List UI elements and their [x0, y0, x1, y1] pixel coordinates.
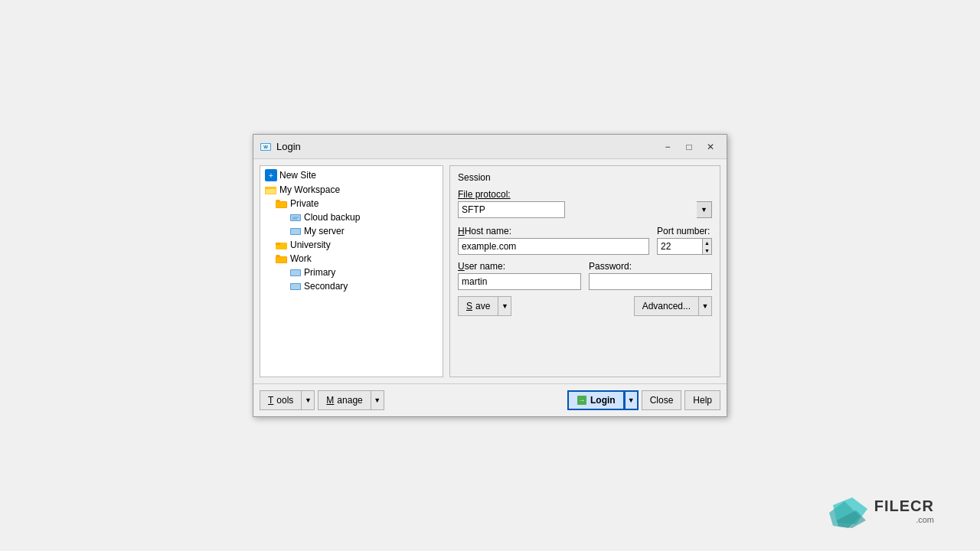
port-up-button[interactable]: ▲ [703, 239, 711, 246]
port-number-field: Port number: ▲ ▼ [657, 226, 712, 255]
save-button[interactable]: Save [458, 296, 498, 316]
tree-label-my-server: My server [304, 226, 345, 236]
save-dropdown-button[interactable]: ▼ [498, 296, 511, 316]
window-controls: − □ ✕ [658, 139, 720, 155]
password-label: Password: [589, 261, 712, 272]
close-button[interactable]: Close [642, 390, 682, 410]
title-bar: W Login − □ ✕ [253, 135, 727, 159]
filecr-brand: FILECR [874, 497, 934, 515]
site-tree-panel: + New Site My Workspace [260, 165, 443, 377]
port-number-input[interactable] [657, 238, 703, 255]
close-window-button[interactable]: ✕ [701, 139, 720, 155]
file-protocol-select[interactable]: SFTP FTP SCP S3 WebDAV [458, 201, 565, 218]
cloud-backup-icon [289, 212, 302, 223]
tree-label-new-site: New Site [279, 170, 316, 181]
filecr-logo-svg [829, 494, 871, 528]
login-button[interactable]: → Login [567, 390, 625, 410]
manage-button-split: Manage ▼ [318, 390, 384, 410]
tree-label-work: Work [290, 253, 312, 264]
advanced-button[interactable]: Advanced... [634, 296, 698, 316]
primary-icon [289, 267, 302, 278]
my-server-icon [289, 226, 302, 236]
bottom-right-buttons: → Login ▼ Close Help [567, 390, 720, 410]
manage-dropdown-button[interactable]: ▼ [371, 390, 384, 410]
port-number-label: Port number: [657, 226, 712, 236]
bottom-left-buttons: Tools ▼ Manage ▼ [260, 390, 384, 410]
manage-button[interactable]: Manage [318, 390, 370, 410]
svg-rect-5 [265, 187, 270, 189]
svg-rect-22 [291, 284, 300, 289]
filecr-watermark: FILECR .com [829, 494, 934, 528]
port-down-button[interactable]: ▼ [703, 246, 711, 254]
tree-label-primary: Primary [304, 267, 335, 278]
tree-label-cloud-backup: Cloud backup [304, 212, 360, 223]
svg-rect-16 [276, 243, 280, 245]
tree-item-work[interactable]: Work [262, 252, 441, 266]
tools-dropdown-button[interactable]: ▼ [301, 390, 315, 410]
login-dialog: W Login − □ ✕ + New Site [253, 134, 727, 417]
svg-rect-6 [266, 189, 276, 194]
file-protocol-select-wrapper: SFTP FTP SCP S3 WebDAV ▼ [458, 201, 712, 218]
tree-item-primary[interactable]: Primary [262, 266, 441, 279]
file-protocol-label: File protocol: [458, 189, 712, 200]
tools-button-split: Tools ▼ [260, 390, 315, 410]
new-site-icon: + [265, 169, 277, 181]
advanced-dropdown-button[interactable]: ▼ [698, 296, 712, 316]
svg-rect-14 [291, 229, 300, 234]
host-name-field: HHost name: [458, 226, 649, 255]
tree-item-my-workspace[interactable]: My Workspace [262, 183, 441, 197]
svg-rect-8 [276, 202, 286, 207]
tree-item-new-site[interactable]: + New Site [262, 168, 441, 183]
app-icon: W [260, 141, 272, 153]
login-dropdown-button[interactable]: ▼ [625, 390, 639, 410]
tree-item-secondary[interactable]: Secondary [262, 279, 441, 293]
tree-label-secondary: Secondary [304, 281, 348, 292]
user-name-label: User name: [458, 261, 581, 272]
dialog-title: Login [276, 141, 301, 152]
maximize-button[interactable]: □ [679, 139, 699, 155]
svg-text:W: W [263, 145, 268, 149]
host-name-input[interactable] [458, 238, 649, 255]
svg-rect-18 [276, 257, 286, 262]
password-field: Password: [589, 261, 712, 290]
filecr-dot-com: .com [874, 515, 934, 524]
port-wrapper: ▲ ▼ [657, 238, 712, 255]
user-name-input[interactable] [458, 273, 581, 290]
university-folder-icon [276, 240, 288, 250]
session-panel: Session File protocol: SFTP FTP SCP S3 [449, 165, 720, 377]
tree-item-my-server[interactable]: My server [262, 224, 441, 238]
tree-item-cloud-backup[interactable]: Cloud backup [262, 210, 441, 224]
host-port-row: HHost name: Port number: ▲ ▼ [458, 226, 712, 255]
tools-button[interactable]: Tools [260, 390, 301, 410]
help-button[interactable]: Help [684, 390, 720, 410]
tree-label-my-workspace: My Workspace [279, 184, 340, 195]
advanced-button-split: Advanced... ▼ [634, 296, 712, 316]
bottom-bar: Tools ▼ Manage ▼ → [253, 383, 727, 416]
svg-text:→: → [578, 396, 585, 404]
host-name-label: HHost name: [458, 226, 649, 236]
session-buttons-row: Save ▼ Advanced... ▼ [458, 296, 712, 316]
workspace-icon [265, 184, 277, 195]
secondary-icon [289, 281, 302, 292]
svg-rect-20 [291, 270, 300, 276]
tree-label-university: University [290, 240, 331, 250]
login-label: Login [590, 395, 616, 406]
user-pass-row: User name: Password: [458, 261, 712, 290]
session-group: Session File protocol: SFTP FTP SCP S3 [449, 165, 720, 377]
port-spinner: ▲ ▼ [703, 238, 712, 255]
file-protocol-arrow: ▼ [697, 201, 712, 218]
password-input[interactable] [589, 273, 712, 290]
minimize-button[interactable]: − [658, 139, 678, 155]
work-folder-icon [276, 253, 288, 264]
tree-label-private: Private [290, 198, 318, 209]
tree-item-university[interactable]: University [262, 238, 441, 252]
tree-item-private[interactable]: Private [262, 197, 441, 210]
login-button-split: → Login ▼ [567, 390, 639, 410]
session-group-label: Session [458, 172, 712, 183]
user-name-field: User name: [458, 261, 581, 290]
login-icon: → [577, 395, 587, 406]
private-folder-icon [276, 198, 288, 209]
save-button-split: Save ▼ [458, 296, 511, 316]
